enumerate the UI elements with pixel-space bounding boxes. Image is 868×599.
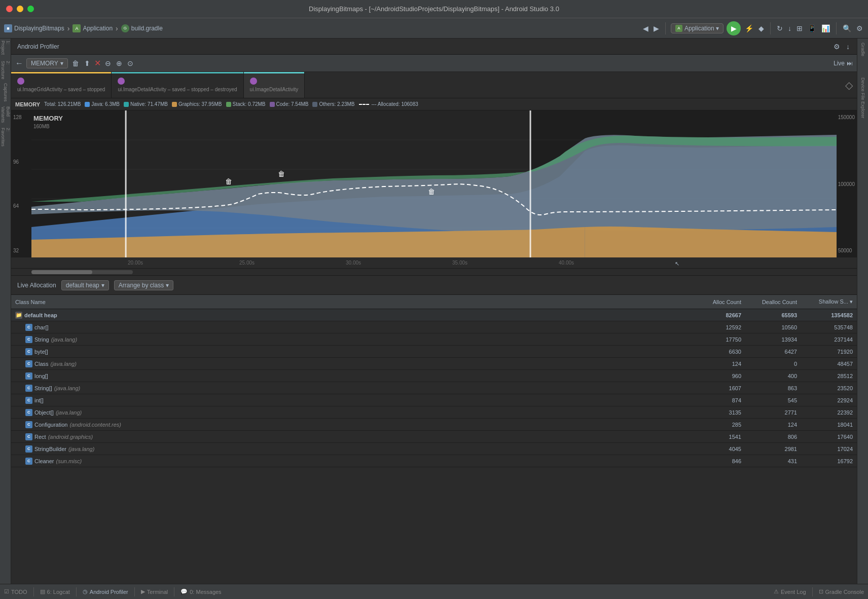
- table-row[interactable]: C Object[] (java.lang) 3135 2771 22392: [11, 406, 857, 419]
- settings-icon[interactable]: ⚙: [855, 23, 864, 33]
- table-row[interactable]: C Class (java.lang) 124 0 48457: [11, 358, 857, 370]
- table-row[interactable]: C String[] (java.lang) 1607 863 23520: [11, 382, 857, 394]
- sidebar-captures-icon[interactable]: Captures: [1, 87, 11, 97]
- td-alloc-count: 3135: [690, 409, 745, 416]
- td-shallow-size: 535748: [801, 324, 857, 330]
- chevron-right-icon: ›: [67, 24, 70, 32]
- profiler-download-icon[interactable]: ↓: [845, 42, 851, 52]
- table-row[interactable]: 📁 default heap 82667 65593 1354582: [11, 309, 857, 321]
- table-row[interactable]: C byte[] 6630 6427 71920: [11, 346, 857, 358]
- zoom-fit-icon[interactable]: ⊙: [126, 58, 134, 68]
- zoom-in-icon[interactable]: ⊕: [115, 58, 123, 68]
- close-icon[interactable]: ✕: [94, 58, 101, 68]
- table-row[interactable]: C Cleaner (sun.misc) 846 431 16792: [11, 455, 857, 467]
- messages-icon: 💬: [180, 588, 188, 595]
- td-dealloc-count: 65593: [745, 312, 801, 318]
- debug-icon[interactable]: ⚡: [744, 23, 754, 33]
- table-row[interactable]: C Configuration (android.content.res) 28…: [11, 419, 857, 431]
- toolbar-sep3: [836, 22, 837, 34]
- stat-allocated: --- Allocated: 106083: [359, 101, 418, 107]
- messages-item[interactable]: 💬 0: Messages: [180, 588, 221, 595]
- profiler-icon[interactable]: 📊: [820, 23, 831, 33]
- delete-icon[interactable]: 🗑: [71, 58, 80, 68]
- session-name-2: ui.ImageDetailActivity: [250, 87, 299, 92]
- th-dealloc-count[interactable]: Dealloc Count: [745, 299, 801, 305]
- toolbar-sep2: [770, 22, 771, 34]
- code-dot: [270, 102, 275, 107]
- gradle-console-icon: ⊡: [819, 588, 823, 595]
- export-icon[interactable]: ⬆: [83, 58, 91, 68]
- session-tab-1[interactable]: ui.ImageDetailActivity – saved – stopped…: [112, 72, 243, 98]
- download-icon[interactable]: ↓: [787, 23, 792, 33]
- stats-bar: MEMORY Total: 126.21MB Java: 6.3MB Nativ…: [11, 98, 857, 110]
- terminal-item[interactable]: ▶ Terminal: [141, 588, 168, 595]
- class-package: (android.graphics): [48, 434, 93, 440]
- td-alloc-count: 4045: [690, 446, 745, 452]
- sidebar-buildvariants-icon[interactable]: Build Variants: [1, 109, 11, 120]
- profile-icon[interactable]: ◆: [757, 23, 765, 33]
- nav-back-icon[interactable]: ◀: [642, 23, 649, 33]
- y-right-50k: 50000: [838, 248, 855, 253]
- th-class-name[interactable]: Class Name: [11, 299, 690, 305]
- search-icon[interactable]: 🔍: [842, 23, 852, 33]
- stat-total-text: Total: 126.21MB: [44, 101, 81, 107]
- class-name-text: Class: [34, 361, 49, 367]
- td-dealloc-count: 2771: [745, 409, 801, 416]
- profiler-bottom-item[interactable]: ◷ Android Profiler: [83, 588, 128, 595]
- table-row[interactable]: C int[] 874 545 22924: [11, 394, 857, 406]
- arrange-label: Arrange by class: [119, 282, 164, 289]
- table-row[interactable]: C String (java.lang) 17750 13934 237144: [11, 333, 857, 346]
- profiler-settings-icon[interactable]: ⚙: [833, 42, 841, 52]
- td-shallow-size: 18041: [801, 422, 857, 428]
- arrange-dropdown[interactable]: Arrange by class ▾: [114, 280, 173, 290]
- todo-item[interactable]: ☑ TODO: [4, 588, 27, 595]
- sidebar-favorites-icon[interactable]: 2: Favorites: [1, 132, 11, 142]
- folder-icon: 📁: [15, 312, 22, 319]
- application-item[interactable]: A Application: [73, 24, 113, 32]
- class-name-text: int[]: [34, 397, 44, 403]
- td-shallow-size: 48457: [801, 361, 857, 367]
- th-shallow-size[interactable]: Shallow S... ▾: [801, 298, 857, 305]
- class-package: (java.lang): [51, 336, 77, 343]
- scrollbar-thumb[interactable]: [31, 270, 92, 274]
- table-row[interactable]: C long[] 960 400 28512: [11, 370, 857, 382]
- heap-dropdown[interactable]: default heap ▾: [61, 280, 109, 290]
- avd-icon[interactable]: 📱: [807, 23, 817, 33]
- close-button[interactable]: [6, 6, 13, 12]
- class-package: (android.content.res): [69, 422, 121, 428]
- class-name-text: Rect: [34, 434, 46, 440]
- project-name-label: DisplayingBitmaps: [14, 25, 64, 32]
- zoom-out-icon[interactable]: ⊖: [104, 58, 112, 68]
- table-row[interactable]: C Rect (android.graphics) 1541 806 17640: [11, 431, 857, 443]
- back-button[interactable]: ←: [15, 59, 23, 68]
- gradle-item[interactable]: G build.gradle: [121, 24, 163, 32]
- live-button[interactable]: Live ⏭: [834, 60, 853, 67]
- sidebar-project-icon[interactable]: 1: Project: [1, 43, 11, 53]
- project-name-item[interactable]: ■ DisplayingBitmaps: [4, 24, 64, 32]
- nav-forward-icon[interactable]: ▶: [653, 23, 660, 33]
- table-header: Class Name Alloc Count Dealloc Count Sha…: [11, 295, 857, 309]
- app-dropdown[interactable]: A Application ▾: [671, 23, 724, 33]
- memory-dropdown[interactable]: MEMORY ▾: [26, 58, 68, 68]
- scrollbar-track[interactable]: [31, 270, 133, 274]
- session-tab-2[interactable]: ui.ImageDetailActivity: [244, 72, 305, 98]
- th-alloc-count[interactable]: Alloc Count: [690, 299, 745, 305]
- sync-icon[interactable]: ↻: [776, 23, 784, 33]
- sdk-icon[interactable]: ⊞: [795, 23, 804, 33]
- session-bar-0: [11, 72, 111, 73]
- gradle-sidebar-item[interactable]: Gradle: [860, 41, 865, 58]
- table-row[interactable]: C StringBuilder (java.lang) 4045 2981 17…: [11, 443, 857, 455]
- content-area: Android Profiler ⚙ ↓ ← MEMORY ▾ 🗑 ⬆ ✕ ⊖ …: [11, 39, 857, 584]
- maximize-button[interactable]: [27, 6, 34, 12]
- logcat-item[interactable]: ▤ 6: Logcat: [40, 588, 70, 595]
- device-file-explorer-item[interactable]: Device File Explorer: [860, 76, 865, 121]
- event-log-item[interactable]: ⚠ Event Log: [774, 587, 806, 596]
- minimize-button[interactable]: [17, 6, 23, 12]
- gradle-console-item[interactable]: ⊡ Gradle Console: [819, 587, 864, 596]
- profiler-header: Android Profiler ⚙ ↓: [11, 39, 857, 55]
- table-row[interactable]: C char[] 12592 10560 535748: [11, 321, 857, 333]
- td-shallow-size: 17640: [801, 434, 857, 440]
- session-tab-0[interactable]: ui.ImageGridActivity – saved – stopped: [11, 72, 112, 98]
- run-button[interactable]: ▶: [727, 21, 741, 35]
- sidebar-structure-icon[interactable]: 2: Structure: [1, 65, 11, 75]
